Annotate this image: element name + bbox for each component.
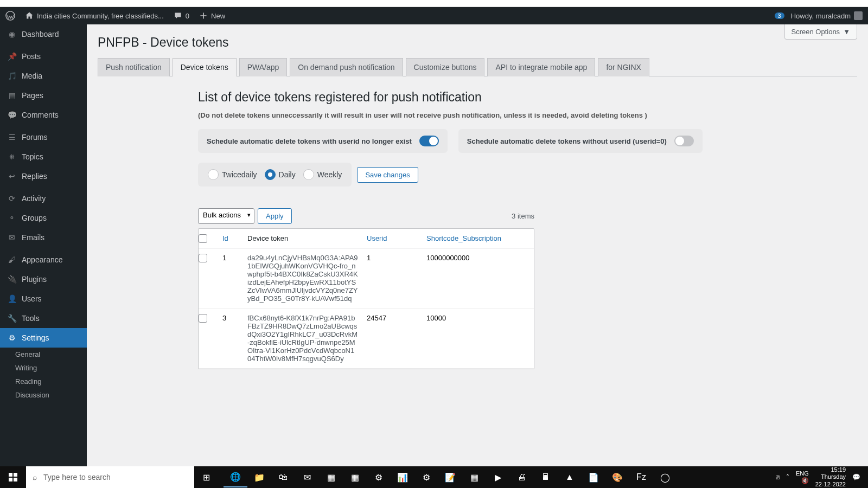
new-link[interactable]: New [199,11,225,20]
cell-subscription: 10000000000 [422,248,531,308]
th-token: Device token [243,229,362,248]
th-subscription[interactable]: Shortcode_Subscription [422,229,531,248]
activity-icon: ⟳ [7,193,17,204]
radio-twicedaily[interactable]: Twicedaily [208,169,257,180]
groups-icon: ⚬ [7,213,17,223]
sidebar-item-plugins[interactable]: 🔌Plugins [0,269,87,289]
radio-icon [303,169,314,180]
plugins-icon: 🔌 [7,274,17,285]
nav-tabs: Push notification Device tokens PWA/app … [98,58,857,76]
th-id[interactable]: Id [218,229,243,248]
plus-icon [199,11,208,20]
sidebar-sub-reading[interactable]: Reading [0,375,87,388]
pin-icon: 📌 [7,51,17,62]
select-all-checkbox[interactable] [199,234,207,243]
sidebar-item-media[interactable]: 🎵Media [0,66,87,86]
sidebar-item-dashboard[interactable]: ◉Dashboard [0,24,87,44]
tab-nginx[interactable]: for NGINX [598,58,649,76]
radio-weekly[interactable]: Weekly [303,169,342,180]
howdy-text: Howdy, muralcadm [791,12,851,20]
cell-id: 3 [218,309,243,368]
cell-userid: 1 [362,248,422,308]
notification-badge[interactable]: 3 [775,12,784,19]
sidebar-item-appearance[interactable]: 🖌Appearance [0,250,87,269]
radio-daily[interactable]: Daily [265,169,296,180]
replies-icon: ↩ [7,171,17,182]
sidebar-sub-writing[interactable]: Writing [0,361,87,375]
cell-userid: 24547 [362,309,422,368]
apply-button[interactable]: Apply [258,208,292,224]
sidebar-item-groups[interactable]: ⚬Groups [0,208,87,228]
radio-icon [208,169,219,180]
section-note: (Do not delete tokens unneccessarily it … [198,111,857,119]
bulk-actions-select[interactable]: Bulk actions [198,208,254,224]
sidebar-item-tools[interactable]: 🔧Tools [0,309,87,328]
toggle-box-1: Schedule automatic delete tokens with us… [198,129,448,153]
th-userid[interactable]: Userid [362,229,422,248]
howdy-user[interactable]: Howdy, muralcadm [791,11,863,20]
wp-adminbar: India cities Community, free classifieds… [0,7,868,24]
emails-icon: ✉ [7,232,17,243]
toggle-delete-userid-zero[interactable] [674,136,694,146]
cell-subscription: 10000 [422,309,531,368]
cell-token: da29u4yLnCjyVHBsMq0G3A:APA91bEIWGQjuhWKo… [243,248,362,308]
toggle1-label: Schedule automatic delete tokens with us… [207,137,412,145]
sidebar-item-activity[interactable]: ⟳Activity [0,189,87,208]
site-title: India cities Community, free classifieds… [37,12,164,20]
users-icon: 👤 [7,293,17,304]
comments-link[interactable]: 0 [174,11,189,20]
home-icon [25,11,34,20]
tab-pwa-app[interactable]: PWA/app [239,58,288,76]
tab-on-demand[interactable]: On demand push notification [290,58,403,76]
site-link[interactable]: India cities Community, free classifieds… [25,11,164,20]
save-changes-button[interactable]: Save changes [357,167,418,183]
dashboard-icon: ◉ [7,29,17,40]
chevron-down-icon: ▼ [843,28,850,36]
page-icon: ▤ [7,90,17,101]
screen-options-button[interactable]: Screen Options ▼ [784,24,857,40]
toggle-box-2: Schedule automatic delete tokens without… [458,129,703,153]
appearance-icon: 🖌 [7,254,17,265]
settings-icon: ⚙ [7,332,17,343]
tab-device-tokens[interactable]: Device tokens [173,58,237,76]
section-heading: List of device tokens registered for pus… [198,90,857,105]
items-count: 3 items [512,212,534,220]
tab-push-notification[interactable]: Push notification [98,58,170,76]
topics-icon: ⛯ [7,151,17,162]
comment-bubble-icon [174,11,182,20]
toggle-delete-no-userid[interactable] [419,136,439,146]
new-label: New [211,12,225,20]
forums-icon: ☰ [7,132,17,143]
sidebar-item-pages[interactable]: ▤Pages [0,86,87,105]
wp-sidebar: ◉Dashboard 📌Posts 🎵Media ▤Pages 💬Comment… [0,24,87,466]
wp-logo[interactable] [5,11,15,21]
sidebar-item-settings[interactable]: ⚙Settings [0,328,87,348]
wordpress-icon [5,11,15,21]
table-row: 3 fBCx68nyt6-K8fX1k7nrPg:APA91bFBzTZ9HR8… [199,309,534,369]
sidebar-item-comments[interactable]: 💬Comments [0,105,87,125]
sidebar-item-emails[interactable]: ✉Emails [0,228,87,247]
browser-chrome-top [0,0,868,7]
sidebar-item-posts[interactable]: 📌Posts [0,47,87,66]
row-checkbox[interactable] [199,314,207,323]
table-header: Id Device token Userid Shortcode_Subscri… [199,229,534,248]
comment-icon: 💬 [7,110,17,120]
tab-customize-buttons[interactable]: Customize buttons [406,58,485,76]
tokens-table: Id Device token Userid Shortcode_Subscri… [198,228,534,369]
wp-content: Screen Options ▼ PNFPB - Device tokens P… [87,24,868,466]
row-checkbox[interactable] [199,254,207,262]
sidebar-sub-discussion[interactable]: Discussion [0,388,87,402]
sidebar-item-users[interactable]: 👤Users [0,289,87,309]
sidebar-sub-general[interactable]: General [0,348,87,361]
toggle2-label: Schedule automatic delete tokens without… [467,137,667,145]
radio-icon [265,169,276,180]
sidebar-item-replies[interactable]: ↩Replies [0,166,87,186]
sidebar-item-forums[interactable]: ☰Forums [0,127,87,147]
tab-api[interactable]: API to integrate mobile app [487,58,595,76]
radio-frequency-box: Twicedaily Daily Weekly [198,163,352,187]
media-icon: 🎵 [7,70,17,81]
page-title: PNFPB - Device tokens [98,24,857,58]
cell-token: fBCx68nyt6-K8fX1k7nrPg:APA91bFBzTZ9HR8Dw… [243,309,362,368]
sidebar-item-topics[interactable]: ⛯Topics [0,147,87,166]
cell-id: 1 [218,248,243,308]
